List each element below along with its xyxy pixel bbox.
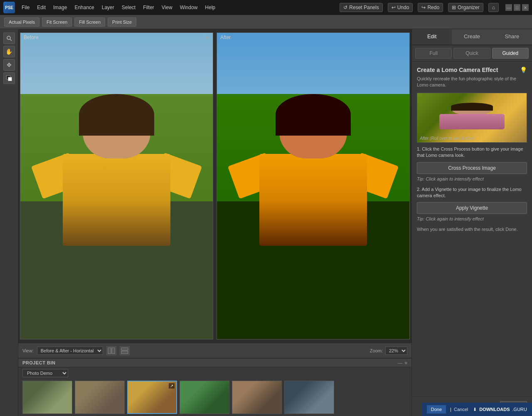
color-tool-icon[interactable] [3,72,15,84]
right-panel: Edit Create Share Full Quick Guided Crea… [411,29,532,416]
close-btn[interactable]: ✕ [522,4,529,11]
project-bin-header: PROJECT BIN — ≡ [18,359,411,367]
menu-bar: File Edit Image Enhance Layer Select Fil… [18,3,336,12]
menu-enhance[interactable]: Enhance [71,3,97,12]
svg-rect-3 [112,348,115,354]
edit-mode-full[interactable]: Full [415,48,452,59]
after-image [217,33,409,339]
view-dropdown[interactable]: Before & After - Horizontal [37,347,103,355]
menu-window[interactable]: Window [177,3,201,12]
lightbulb-icon[interactable]: 💡 [520,67,527,73]
image-view: Before ✕ [18,29,411,343]
after-panel: After [217,32,410,339]
effect-title-row: Create a Lomo Camera Effect 💡 [417,67,527,73]
organizer-icon: ⊞ [452,5,456,10]
project-bin-menu-btn[interactable]: ≡ [405,360,407,365]
undo-icon: ↩ [392,5,396,10]
move-tool-icon[interactable]: ✥ [3,59,15,71]
tab-share[interactable]: Share [492,29,532,45]
redo-btn[interactable]: ↪ Redo [418,3,443,12]
project-dropdown[interactable]: Photo Demo [22,369,68,377]
window-controls: — □ ✕ [505,4,529,11]
home-icon: ⌂ [492,5,495,10]
left-tools-panel: ✋ ✥ [0,29,18,416]
watermark-done[interactable]: Done [427,405,446,414]
title-bar: PSE File Edit Image Enhance Layer Select… [0,0,532,15]
home-btn[interactable]: ⌂ [488,3,499,12]
menu-image[interactable]: Image [50,3,70,12]
menu-view[interactable]: View [158,3,176,12]
after-label: After [220,35,231,40]
hand-tool-icon[interactable]: ✋ [3,46,15,57]
step2-text: 2. Add a Vignette to your image to final… [417,186,527,199]
watermark-logo-icon: ⬇ [473,407,477,412]
view-split-h-btn[interactable] [106,346,116,355]
thumbnail-5[interactable] [232,381,282,414]
watermark-cancel[interactable]: Cancel [454,407,468,412]
before-label: Before [24,35,38,40]
maximize-btn[interactable]: □ [514,4,520,11]
view-label: View: [22,348,34,353]
zoom-dropdown[interactable]: 22% [385,347,407,355]
apply-vignette-btn[interactable]: Apply Vignette [417,202,527,214]
view-bar: View: Before & After - Horizontal Zoom: … [18,343,411,358]
project-bin-controls: — ≡ [398,360,407,365]
svg-rect-4 [121,348,128,350]
child-figure-before [49,94,184,324]
redo-icon: ↪ [421,5,426,10]
main-layout: ✋ ✥ Before ✕ [0,29,532,416]
pse-logo: PSE [3,2,15,13]
tab-edit[interactable]: Edit [412,29,452,45]
before-image [20,33,213,339]
svg-rect-2 [108,348,111,354]
step1-text: 1. Click the Cross Process button to giv… [417,146,527,159]
menu-layer[interactable]: Layer [99,3,118,12]
menu-file[interactable]: File [18,3,33,12]
watermark-separator: | [450,407,451,412]
thumbnail-1[interactable] [22,381,72,414]
cross-process-btn[interactable]: Cross Process Image [417,162,527,174]
effect-description: Quickly recreate the fun photographic st… [417,76,527,89]
edit-mode-quick[interactable]: Quick [453,48,490,59]
organizer-btn[interactable]: ⊞ Organizer [448,3,483,12]
satisfied-text: When you are satisfied with the result, … [417,226,527,233]
tab-create[interactable]: Create [452,29,492,45]
reset-icon: ↺ [343,5,347,10]
menu-edit[interactable]: Edit [34,3,49,12]
tip2-text: Tip: Click again to intensify effect [417,216,527,221]
fill-screen-btn[interactable]: Fill Screen [74,17,105,27]
before-after-container: Before ✕ [18,29,411,343]
reset-panels-btn[interactable]: ↺ Reset Panels [340,3,382,12]
svg-rect-5 [121,351,128,354]
print-size-btn[interactable]: Print Size [108,17,136,27]
menu-select[interactable]: Select [118,3,139,12]
thumbnail-3[interactable]: ↗ [127,381,177,414]
actual-pixels-btn[interactable]: Actual Pixels [4,17,39,27]
thumbnails-container: ↗ [18,379,411,416]
watermark-domain: .GURU [512,407,527,412]
edit-mode-tabs: Full Quick Guided [412,45,532,62]
project-bin-toolbar: Photo Demo [18,367,411,379]
minimize-btn[interactable]: — [505,4,512,11]
before-close-btn[interactable]: ✕ [204,35,209,41]
preview-caption: After (Roll over to see Before) [420,136,475,141]
thumbnail-6[interactable] [284,381,334,414]
panel-content: Create a Lomo Camera Effect 💡 Quickly re… [412,62,532,396]
child-figure-after [246,94,380,324]
view-split-v-btn[interactable] [120,346,130,355]
undo-btn[interactable]: ↩ Undo [388,3,413,12]
title-actions: ↺ Reset Panels ↩ Undo ↪ Redo ⊞ Organizer… [340,3,499,12]
thumbnail-2[interactable] [75,381,125,414]
before-panel: Before ✕ [20,32,213,339]
effect-preview-image: After (Roll over to see Before) [417,93,527,143]
project-bin-title: PROJECT BIN [22,360,55,365]
menu-help[interactable]: Help [202,3,219,12]
menu-filter[interactable]: Filter [140,3,158,12]
fit-screen-btn[interactable]: Fit Screen [42,17,72,27]
toolbar: Actual Pixels Fit Screen Fill Screen Pri… [0,15,532,29]
thumbnail-4[interactable] [180,381,229,414]
project-bin-minimize-btn[interactable]: — [398,360,402,365]
zoom-tool-icon[interactable] [3,32,15,44]
edit-mode-guided[interactable]: Guided [492,48,529,59]
svg-point-0 [7,36,10,40]
